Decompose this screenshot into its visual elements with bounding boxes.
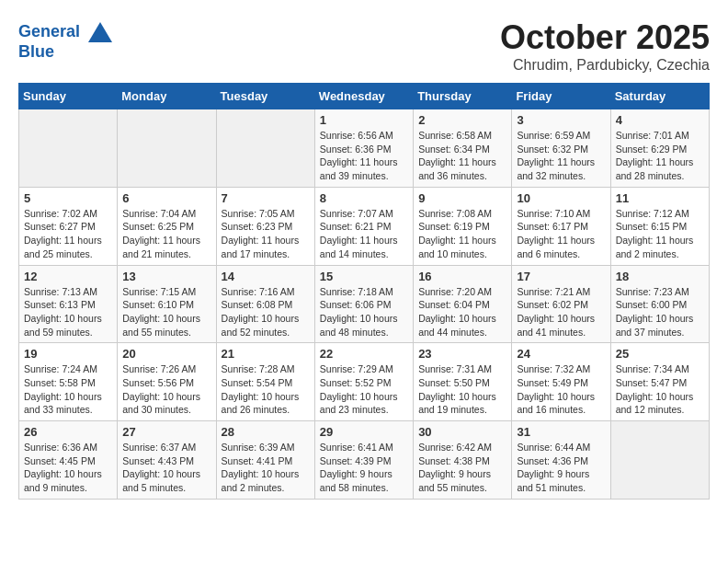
day-info: Sunrise: 7:20 AMSunset: 6:04 PMDaylight:…: [418, 285, 506, 339]
weekday-header-tuesday: Tuesday: [216, 84, 314, 109]
day-info: Sunrise: 7:08 AMSunset: 6:19 PMDaylight:…: [418, 207, 506, 261]
calendar-week-row: 1Sunrise: 6:56 AMSunset: 6:36 PMDaylight…: [19, 109, 710, 188]
calendar-cell: 15Sunrise: 7:18 AMSunset: 6:06 PMDayligh…: [314, 265, 413, 343]
day-info: Sunrise: 7:04 AMSunset: 6:25 PMDaylight:…: [122, 207, 210, 261]
calendar-cell: 10Sunrise: 7:10 AMSunset: 6:17 PMDayligh…: [512, 187, 610, 265]
day-info: Sunrise: 7:07 AMSunset: 6:21 PMDaylight:…: [320, 207, 408, 261]
day-number: 12: [24, 270, 112, 283]
page-header: General Blue October 2025 Chrudim, Pardu…: [18, 18, 710, 74]
calendar-week-row: 12Sunrise: 7:13 AMSunset: 6:13 PMDayligh…: [19, 265, 710, 343]
day-info: Sunrise: 7:02 AMSunset: 6:27 PMDaylight:…: [24, 207, 112, 261]
calendar-cell: 26Sunrise: 6:36 AMSunset: 4:45 PMDayligh…: [19, 421, 118, 500]
calendar-cell: 4Sunrise: 7:01 AMSunset: 6:29 PMDaylight…: [610, 109, 709, 188]
day-number: 16: [418, 270, 506, 283]
calendar-cell: 9Sunrise: 7:08 AMSunset: 6:19 PMDaylight…: [414, 187, 512, 265]
calendar-cell: 12Sunrise: 7:13 AMSunset: 6:13 PMDayligh…: [19, 265, 118, 343]
day-info: Sunrise: 7:01 AMSunset: 6:29 PMDaylight:…: [616, 129, 704, 183]
day-info: Sunrise: 7:28 AMSunset: 5:54 PMDaylight:…: [222, 362, 310, 417]
svg-marker-0: [88, 22, 112, 42]
day-info: Sunrise: 6:42 AMSunset: 4:38 PMDaylight:…: [418, 441, 506, 495]
calendar-cell: 19Sunrise: 7:24 AMSunset: 5:58 PMDayligh…: [19, 343, 118, 421]
day-number: 4: [616, 113, 704, 127]
day-number: 7: [222, 191, 310, 205]
day-number: 13: [122, 270, 210, 283]
day-info: Sunrise: 7:31 AMSunset: 5:50 PMDaylight:…: [418, 362, 506, 417]
day-info: Sunrise: 6:37 AMSunset: 4:43 PMDaylight:…: [122, 441, 210, 495]
day-number: 20: [122, 347, 210, 361]
day-number: 19: [24, 347, 112, 361]
day-number: 31: [517, 425, 605, 439]
weekday-header-wednesday: Wednesday: [314, 84, 413, 109]
day-number: 15: [320, 270, 408, 283]
day-number: 24: [517, 347, 605, 361]
weekday-header-sunday: Sunday: [19, 84, 118, 109]
calendar-week-row: 19Sunrise: 7:24 AMSunset: 5:58 PMDayligh…: [19, 343, 710, 421]
day-info: Sunrise: 7:34 AMSunset: 5:47 PMDaylight:…: [616, 362, 704, 417]
day-number: 23: [418, 347, 506, 361]
calendar-cell: 25Sunrise: 7:34 AMSunset: 5:47 PMDayligh…: [610, 343, 709, 421]
day-info: Sunrise: 7:24 AMSunset: 5:58 PMDaylight:…: [24, 362, 112, 417]
calendar-cell: [19, 109, 118, 188]
calendar-cell: 3Sunrise: 6:59 AMSunset: 6:32 PMDaylight…: [512, 109, 610, 188]
calendar-cell: [118, 109, 216, 188]
day-number: 14: [222, 270, 310, 283]
calendar-cell: 28Sunrise: 6:39 AMSunset: 4:41 PMDayligh…: [216, 421, 314, 500]
day-number: 26: [24, 425, 112, 439]
title-block: October 2025 Chrudim, Pardubicky, Czechi…: [500, 18, 710, 74]
calendar-cell: 11Sunrise: 7:12 AMSunset: 6:15 PMDayligh…: [610, 187, 709, 265]
calendar-cell: 29Sunrise: 6:41 AMSunset: 4:39 PMDayligh…: [314, 421, 413, 500]
calendar-cell: [610, 421, 709, 500]
day-info: Sunrise: 7:15 AMSunset: 6:10 PMDaylight:…: [122, 285, 210, 339]
day-number: 8: [320, 191, 408, 205]
weekday-header-row: SundayMondayTuesdayWednesdayThursdayFrid…: [19, 84, 710, 109]
day-number: 11: [616, 191, 704, 205]
day-info: Sunrise: 7:32 AMSunset: 5:49 PMDaylight:…: [517, 362, 605, 417]
calendar-week-row: 5Sunrise: 7:02 AMSunset: 6:27 PMDaylight…: [19, 187, 710, 265]
calendar-cell: 27Sunrise: 6:37 AMSunset: 4:43 PMDayligh…: [118, 421, 216, 500]
day-number: 18: [616, 270, 704, 283]
day-info: Sunrise: 6:41 AMSunset: 4:39 PMDaylight:…: [320, 441, 408, 495]
day-number: 6: [122, 191, 210, 205]
day-info: Sunrise: 7:29 AMSunset: 5:52 PMDaylight:…: [320, 362, 408, 417]
day-number: 3: [517, 113, 605, 127]
day-info: Sunrise: 6:56 AMSunset: 6:36 PMDaylight:…: [320, 129, 408, 183]
day-number: 1: [320, 113, 408, 127]
calendar-cell: 31Sunrise: 6:44 AMSunset: 4:36 PMDayligh…: [512, 421, 610, 500]
weekday-header-saturday: Saturday: [610, 84, 709, 109]
calendar-cell: 16Sunrise: 7:20 AMSunset: 6:04 PMDayligh…: [414, 265, 512, 343]
calendar-cell: 2Sunrise: 6:58 AMSunset: 6:34 PMDaylight…: [414, 109, 512, 188]
calendar-table: SundayMondayTuesdayWednesdayThursdayFrid…: [18, 83, 710, 500]
day-info: Sunrise: 6:36 AMSunset: 4:45 PMDaylight:…: [24, 441, 112, 495]
calendar-cell: 23Sunrise: 7:31 AMSunset: 5:50 PMDayligh…: [414, 343, 512, 421]
day-info: Sunrise: 7:18 AMSunset: 6:06 PMDaylight:…: [320, 285, 408, 339]
day-number: 22: [320, 347, 408, 361]
day-number: 29: [320, 425, 408, 439]
calendar-cell: 22Sunrise: 7:29 AMSunset: 5:52 PMDayligh…: [314, 343, 413, 421]
calendar-cell: 5Sunrise: 7:02 AMSunset: 6:27 PMDaylight…: [19, 187, 118, 265]
calendar-week-row: 26Sunrise: 6:36 AMSunset: 4:45 PMDayligh…: [19, 421, 710, 500]
day-number: 10: [517, 191, 605, 205]
day-number: 9: [418, 191, 506, 205]
day-info: Sunrise: 7:13 AMSunset: 6:13 PMDaylight:…: [24, 285, 112, 339]
day-info: Sunrise: 6:59 AMSunset: 6:32 PMDaylight:…: [517, 129, 605, 183]
calendar-cell: 21Sunrise: 7:28 AMSunset: 5:54 PMDayligh…: [216, 343, 314, 421]
day-number: 21: [222, 347, 310, 361]
calendar-cell: 17Sunrise: 7:21 AMSunset: 6:02 PMDayligh…: [512, 265, 610, 343]
day-number: 27: [122, 425, 210, 439]
calendar-cell: 13Sunrise: 7:15 AMSunset: 6:10 PMDayligh…: [118, 265, 216, 343]
month-title: October 2025: [500, 18, 710, 57]
calendar-cell: [216, 109, 314, 188]
day-info: Sunrise: 6:39 AMSunset: 4:41 PMDaylight:…: [222, 441, 310, 495]
location-subtitle: Chrudim, Pardubicky, Czechia: [500, 57, 710, 74]
day-info: Sunrise: 7:16 AMSunset: 6:08 PMDaylight:…: [222, 285, 310, 339]
calendar-cell: 8Sunrise: 7:07 AMSunset: 6:21 PMDaylight…: [314, 187, 413, 265]
calendar-cell: 6Sunrise: 7:04 AMSunset: 6:25 PMDaylight…: [118, 187, 216, 265]
weekday-header-friday: Friday: [512, 84, 610, 109]
day-info: Sunrise: 7:23 AMSunset: 6:00 PMDaylight:…: [616, 285, 704, 339]
day-info: Sunrise: 7:05 AMSunset: 6:23 PMDaylight:…: [222, 207, 310, 261]
day-info: Sunrise: 7:12 AMSunset: 6:15 PMDaylight:…: [616, 207, 704, 261]
calendar-cell: 24Sunrise: 7:32 AMSunset: 5:49 PMDayligh…: [512, 343, 610, 421]
day-number: 30: [418, 425, 506, 439]
calendar-cell: 18Sunrise: 7:23 AMSunset: 6:00 PMDayligh…: [610, 265, 709, 343]
day-info: Sunrise: 7:21 AMSunset: 6:02 PMDaylight:…: [517, 285, 605, 339]
